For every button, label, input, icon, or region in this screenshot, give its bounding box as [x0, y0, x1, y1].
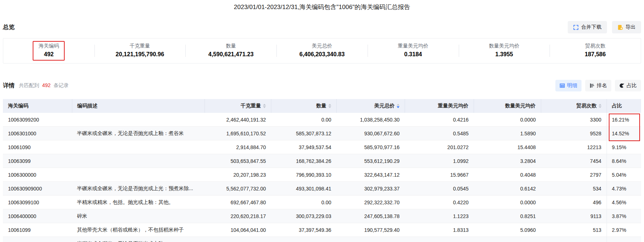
match-count: 492: [42, 82, 50, 88]
cell-description: 半碾米或全碾米，无论是否抛光或上釉：煮谷米: [72, 127, 204, 140]
cell-quantity: 493,301,098.41: [271, 182, 336, 196]
overview-stat-1: 海关编码492: [3, 41, 94, 61]
cell-usd-per-kg-avg: 1.1223: [405, 209, 474, 223]
cell-usd-total: 302,979,233.37: [336, 182, 405, 196]
column-label: 贸易次数: [576, 103, 597, 109]
cell-usd-total: 190,577,529.40: [336, 223, 405, 237]
view-tab-明细[interactable]: 明细: [555, 80, 582, 91]
stat-label: 重量美元均价: [398, 43, 428, 49]
cell-trade-count: 6913: [541, 237, 607, 242]
cell-ratio: 2.97%: [607, 223, 641, 237]
overview-stats-card: 海关编码492千克重量20,121,195,790.96数量4,590,621,…: [3, 38, 641, 63]
details-section-title: 详情: [3, 82, 15, 90]
stat-box: 重量美元均价0.3184: [392, 41, 434, 61]
stat-value: 4,590,621,471.23: [208, 51, 254, 58]
sort-carets-icon: [263, 104, 266, 108]
cell-kg-weight: 5,562,077,732.00: [204, 182, 271, 196]
cell-kg-weight: 220,620,218.17: [204, 209, 271, 223]
table-row: 100630000020,207,198.23796,990,393.10322…: [3, 168, 641, 182]
table-row: 10063099503,653,847.55168,762,384.26553,…: [3, 154, 641, 168]
ranking-icon: [590, 83, 595, 88]
details-left: 详情 共匹配到 492 条记录: [3, 82, 69, 90]
stat-value: 20,121,195,790.96: [116, 51, 164, 58]
view-tab-排名[interactable]: 排名: [585, 80, 611, 91]
cell-ratio: 4.56%: [607, 196, 641, 209]
column-header-ratio: 占比: [607, 99, 641, 113]
cell-quantity: 796,990,393.10: [271, 168, 336, 182]
column-header-inner: 占比: [612, 103, 622, 109]
column-label: 千克重量: [241, 103, 261, 109]
column-header-quantity[interactable]: 数量: [271, 99, 336, 113]
cell-usd-per-qty-avg: 3.2804: [474, 154, 541, 168]
table-row: 10063099100半精米或精米，包括。抛光或上釉：其他。692,667,46…: [3, 196, 641, 209]
cell-usd-per-kg-avg: 1.8313: [405, 223, 474, 237]
sort-desc-icon: [328, 106, 331, 108]
overview-stat-6: 数量美元均价1.3955: [459, 41, 550, 61]
cell-quantity: 0.00: [271, 113, 336, 127]
cell-hs-code: 10063000000: [3, 237, 72, 242]
export-icon: [617, 25, 623, 30]
cell-usd-total: 553,612,190.29: [336, 154, 405, 168]
header-actions: 合并下载 导出: [568, 21, 641, 33]
stat-box: 美元总价6,406,203,340.83: [293, 41, 351, 61]
cell-kg-weight: 2,462,440,191.32: [204, 113, 271, 127]
view-tab-占比[interactable]: 占比: [615, 80, 641, 91]
column-header-usd-total[interactable]: 美元总价: [336, 99, 405, 113]
cell-trade-count: 534: [541, 182, 607, 196]
cell-hs-code: 1006300000: [3, 168, 72, 182]
stat-value: 187,586: [585, 51, 606, 58]
stat-highlight-annotation: 海关编码492: [33, 41, 65, 61]
column-header-usd-per-kg-avg: 重量美元均价: [405, 99, 474, 113]
view-tab-label: 明细: [567, 82, 577, 89]
match-prefix: 共匹配到: [19, 82, 39, 88]
column-header-trade-count[interactable]: 贸易次数: [541, 99, 607, 113]
cell-usd-per-kg-avg: 0.5485: [405, 127, 474, 140]
column-header-inner: 数量美元均价: [505, 103, 536, 109]
column-header-inner: 数量: [316, 103, 331, 109]
report-page: 2023/01/01-2023/12/31,海关编码包含"1006"的海关编码汇…: [0, 3, 644, 242]
stat-box: 千克重量20,121,195,790.96: [110, 41, 170, 61]
column-header-kg-weight[interactable]: 千克重量: [204, 99, 271, 113]
cell-hs-code: 10063099200: [3, 113, 72, 127]
cell-kg-weight: 503,653,847.55: [204, 154, 271, 168]
export-label: 导出: [625, 24, 636, 30]
cell-description: 其他带壳大米（稻谷或糙米），不包括稻米种子: [72, 223, 204, 237]
cell-trade-count: 7454: [541, 154, 607, 168]
sort-desc-icon: [599, 106, 602, 108]
cell-usd-total: 585,970,977.16: [336, 140, 405, 154]
cell-quantity: 37,397,549.36: [271, 223, 336, 237]
cell-ratio: 8.64%: [607, 154, 641, 168]
sort-desc-icon: [397, 106, 400, 108]
cell-ratio: 2.40%: [607, 237, 641, 242]
pie-icon: [619, 83, 624, 88]
cell-usd-per-qty-avg: 0.0000: [474, 196, 541, 209]
merge-download-button[interactable]: 合并下载: [568, 21, 607, 33]
cell-usd-per-kg-avg: 0.5598: [405, 237, 474, 242]
overview-section-title: 总览: [3, 24, 15, 31]
stat-label: 贸易次数: [585, 43, 606, 49]
cell-usd-total: 153,601,904.27: [336, 237, 405, 242]
cell-usd-per-qty-avg: 1.5890: [474, 127, 541, 140]
sort-desc-icon: [263, 106, 266, 108]
column-label: 海关编码: [8, 103, 28, 109]
stat-value: 0.3184: [398, 51, 428, 58]
column-label: 占比: [612, 103, 622, 109]
stat-box: 数量美元均价1.3955: [483, 41, 525, 61]
cell-description: 碎米: [72, 209, 204, 223]
cell-trade-count: 9113: [541, 209, 607, 223]
export-button[interactable]: 导出: [612, 21, 641, 33]
cell-usd-per-kg-avg: 0.4216: [405, 113, 474, 127]
table-header-row: 海关编码编码描述千克重量数量美元总价重量美元均价数量美元均价贸易次数占比: [3, 99, 641, 113]
cell-usd-per-qty-avg: 0.6142: [474, 182, 541, 196]
cell-kg-weight: 692,667,467.80: [204, 196, 271, 209]
cell-trade-count: 513: [541, 223, 607, 237]
sort-carets-icon: [397, 104, 400, 108]
cell-quantity: 37,949,537.54: [271, 140, 336, 154]
cell-hs-code: 10063099: [3, 154, 72, 168]
cell-quantity: 300,073,229.03: [271, 209, 336, 223]
stat-value: 1.3955: [489, 51, 519, 58]
table-row: 100610902,914,884.7037,949,537.54585,970…: [3, 140, 641, 154]
column-header-inner: 美元总价: [374, 103, 400, 109]
stat-value: 6,406,203,340.83: [299, 51, 345, 58]
cell-description: 半碾米或全碾米，无论是否抛光或上光：预煮米除...: [72, 182, 204, 196]
